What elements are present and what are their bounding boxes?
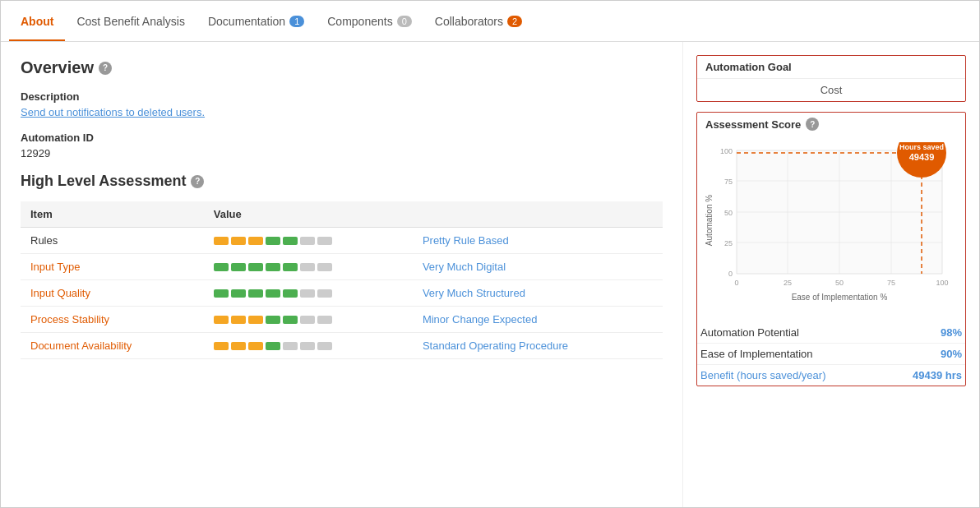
svg-text:0: 0 bbox=[728, 270, 733, 278]
automation-id-field: Automation ID 12929 bbox=[21, 132, 663, 159]
row-label-0: Pretty Rule Based bbox=[413, 228, 663, 254]
row-label-3: Minor Change Expected bbox=[413, 307, 663, 333]
metrics-list: Automation Potential 98% Ease of Impleme… bbox=[697, 322, 965, 386]
metric-ease-implementation: Ease of Implementation 90% bbox=[697, 344, 965, 365]
y-axis-label: Automation % bbox=[705, 195, 714, 246]
automation-goal-header: Automation Goal bbox=[697, 56, 965, 78]
svg-text:75: 75 bbox=[887, 279, 895, 287]
col-value: Value bbox=[204, 201, 413, 228]
overview-help-icon[interactable]: ? bbox=[99, 62, 112, 75]
tabs-container: About Cost Benefit Analysis Documentatio… bbox=[1, 1, 979, 42]
svg-text:50: 50 bbox=[724, 209, 733, 217]
tab-collaborators[interactable]: Collaborators 2 bbox=[423, 1, 534, 41]
description-field: Description Send out notifications to de… bbox=[21, 90, 663, 118]
components-badge: 0 bbox=[397, 16, 412, 27]
row-label-4: Standard Operating Procedure bbox=[413, 333, 663, 359]
svg-text:49439: 49439 bbox=[909, 152, 935, 162]
col-label bbox=[413, 201, 663, 228]
overview-section: Overview ? bbox=[21, 58, 663, 77]
assessment-table: Item Value RulesPretty Rule BasedInput T… bbox=[21, 201, 663, 359]
table-row: Input QualityVery Much Structured bbox=[21, 280, 663, 307]
svg-text:50: 50 bbox=[835, 279, 844, 287]
table-row: Input TypeVery Much Digital bbox=[21, 254, 663, 280]
automation-goal-box: Automation Goal Cost bbox=[696, 55, 966, 102]
metric-benefit: Benefit (hours saved/year) 49439 hrs bbox=[697, 365, 965, 386]
col-item: Item bbox=[21, 201, 204, 228]
tab-cost-benefit[interactable]: Cost Benefit Analysis bbox=[65, 1, 196, 41]
main-content: Overview ? Description Send out notifica… bbox=[1, 42, 979, 508]
assessment-score-help-icon[interactable]: ? bbox=[806, 118, 819, 131]
row-label-2: Very Much Structured bbox=[413, 280, 663, 307]
svg-text:25: 25 bbox=[784, 279, 792, 287]
documentation-badge: 1 bbox=[289, 16, 304, 27]
tab-about[interactable]: About bbox=[9, 1, 65, 41]
assessment-chart: Automation % 100 bbox=[704, 142, 967, 307]
description-label: Description bbox=[21, 90, 663, 103]
svg-text:100: 100 bbox=[720, 147, 733, 155]
svg-text:25: 25 bbox=[724, 239, 733, 247]
row-item-4[interactable]: Document Availability bbox=[21, 333, 204, 359]
row-label-1: Very Much Digital bbox=[413, 254, 663, 280]
svg-text:Hours saved: Hours saved bbox=[899, 143, 944, 151]
table-row: RulesPretty Rule Based bbox=[21, 228, 663, 254]
x-axis-label: Ease of Implementation % bbox=[792, 293, 888, 302]
row-bar-3 bbox=[204, 307, 413, 333]
automation-id-label: Automation ID bbox=[21, 132, 663, 144]
row-item-1[interactable]: Input Type bbox=[21, 254, 204, 280]
right-panel: Automation Goal Cost Assessment Score ? bbox=[683, 42, 979, 508]
assessment-score-box: Assessment Score ? Automation % bbox=[696, 112, 966, 386]
row-bar-1 bbox=[204, 254, 413, 280]
row-item-0: Rules bbox=[21, 228, 204, 254]
row-item-2[interactable]: Input Quality bbox=[21, 280, 204, 307]
high-level-assessment-title: High Level Assessment ? bbox=[21, 173, 663, 190]
automation-goal-cost: Cost bbox=[697, 78, 965, 101]
tab-documentation[interactable]: Documentation 1 bbox=[196, 1, 316, 41]
row-bar-2 bbox=[204, 280, 413, 307]
chart-area: Automation % 100 bbox=[697, 136, 965, 316]
metric-automation-potential: Automation Potential 98% bbox=[697, 322, 965, 344]
svg-text:100: 100 bbox=[936, 279, 948, 287]
automation-id-value: 12929 bbox=[21, 147, 663, 159]
row-bar-4 bbox=[204, 333, 413, 359]
tab-components[interactable]: Components 0 bbox=[316, 1, 423, 41]
row-bar-0 bbox=[204, 228, 413, 254]
table-row: Document AvailabilityStandard Operating … bbox=[21, 333, 663, 359]
svg-text:75: 75 bbox=[724, 178, 733, 186]
table-row: Process StabilityMinor Change Expected bbox=[21, 307, 663, 333]
collaborators-badge: 2 bbox=[507, 16, 522, 27]
assessment-score-header: Assessment Score ? bbox=[697, 113, 965, 136]
description-value[interactable]: Send out notifications to deleted users. bbox=[21, 106, 663, 118]
left-panel: Overview ? Description Send out notifica… bbox=[1, 42, 683, 508]
svg-text:0: 0 bbox=[734, 279, 738, 287]
row-item-3[interactable]: Process Stability bbox=[21, 307, 204, 333]
assessment-help-icon[interactable]: ? bbox=[191, 175, 204, 188]
